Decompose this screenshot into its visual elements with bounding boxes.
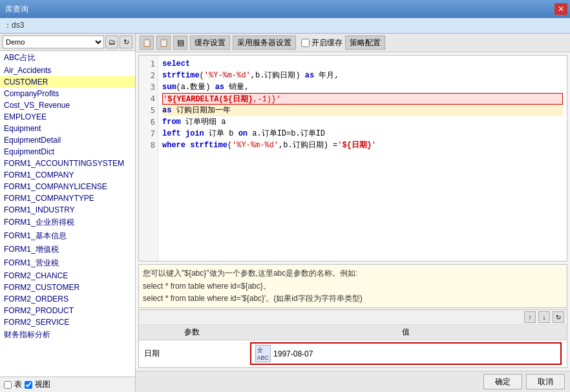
line-number: 1 [139,58,158,70]
param-name-cell: 日期 [139,340,245,367]
params-table: 参数 值 日期 全ABC 1997-08-07 [139,325,567,367]
sidebar-item[interactable]: FORM1_COMPANYLICENSE [0,181,135,192]
sidebar: Demo 🗂 ↻ ABC占比Air_AccidentsCUSTOMERCompa… [0,34,136,392]
sql-line: from 订单明细 a [162,116,563,128]
sidebar-item[interactable]: FORM1_营业税 [0,256,135,270]
sidebar-footer: 表 视图 [0,377,135,392]
hint-area: 您可以键入"${abc}"做为一个参数,这里abc是参数的名称。例如: sele… [138,264,567,308]
hint-line-3: select * from table where id='${abc}'。(如… [143,293,563,305]
toolbar-btn-3[interactable]: ▤ [173,36,187,50]
title-bar: 库查询 ✕ [0,0,570,18]
sidebar-item[interactable]: FORM1_增值税 [0,243,135,256]
main-content: Demo 🗂 ↻ ABC占比Air_AccidentsCUSTOMERCompa… [0,34,570,392]
param-value-box[interactable]: 全ABC 1997-08-07 [250,342,562,365]
sidebar-item[interactable]: FORM2_CUSTOMER [0,282,135,293]
line-number: 2 [139,70,158,81]
sidebar-item[interactable]: FORM1_COMPANY [0,169,135,181]
line-number: 8 [139,139,158,151]
sql-line: strftime('%Y-%m-%d',b.订购日期) as 年月, [162,70,563,81]
connection-bar: ：ds3 [0,18,570,34]
confirm-button[interactable]: 确定 [483,374,522,389]
sidebar-item[interactable]: CUSTOMER [0,76,135,88]
sidebar-refresh-btn[interactable]: ↻ [120,36,132,48]
line-number: 7 [139,128,158,139]
sql-line: where strftime('%Y-%m-%d',b.订购日期) ='${日期… [162,139,563,151]
window-title: 库查询 [5,4,565,15]
sidebar-item[interactable]: FORM2_SERVICE [0,316,135,328]
sidebar-item[interactable]: 财务指标分析 [0,328,135,342]
strategy-config-btn[interactable]: 策略配置 [345,36,385,50]
main-toolbar: 📋 📋 ▤ 缓存设置 采用服务器设置 开启缓存 策略配置 [136,34,570,52]
sql-line: '${YEARDELTA(${日期},-1)}' [162,93,563,105]
sidebar-item[interactable]: CompanyProfits [0,88,135,99]
table-checkbox[interactable] [4,381,12,389]
line-number: 3 [139,81,158,93]
open-cache-group: 开启缓存 [301,37,343,48]
close-button[interactable]: ✕ [554,3,567,15]
sql-line: as 订购日期加一年 [162,105,563,116]
sql-line: select [162,58,563,70]
sidebar-item[interactable]: FORM1_企业所得税 [0,216,135,229]
line-number: 4 [139,93,158,105]
sidebar-item[interactable]: Equipment [0,123,135,134]
sql-content[interactable]: select strftime('%Y-%m-%d',b.订购日期) as 年月… [158,56,567,261]
params-refresh-btn[interactable]: ↻ [553,311,564,323]
line-number: 6 [139,116,158,128]
sql-line: left join 订单 b on a.订单ID=b.订单ID [162,128,563,139]
cancel-button[interactable]: 取消 [526,374,565,389]
value-header: 值 [245,325,567,340]
sidebar-item[interactable]: FORM2_PRODUCT [0,305,135,316]
param-value: 1997-08-07 [273,349,313,358]
sql-editor[interactable]: 12345678 select strftime('%Y-%m-%d',b.订购… [138,55,567,262]
param-row: 日期 全ABC 1997-08-07 [139,340,567,367]
hint-line-1: 您可以键入"${abc}"做为一个参数,这里abc是参数的名称。例如: [143,267,563,280]
sidebar-item[interactable]: EquipmentDict [0,146,135,158]
bottom-bar: 确定 取消 [136,371,570,392]
connection-label: ：ds3 [4,20,24,31]
params-toolbar: ↑ ↓ ↻ [139,310,567,325]
right-panel: 📋 📋 ▤ 缓存设置 采用服务器设置 开启缓存 策略配置 12345678 se… [136,34,570,392]
server-settings-btn[interactable]: 采用服务器设置 [233,36,296,50]
hint-line-2: select * from table where id=${abc}。 [143,280,563,293]
sidebar-item[interactable]: EquipmentDetail [0,134,135,146]
open-cache-label: 开启缓存 [311,37,343,48]
open-cache-checkbox[interactable] [301,39,310,47]
toolbar-btn-2[interactable]: 📋 [156,36,171,50]
sidebar-item[interactable]: FORM2_CHANCE [0,270,135,282]
params-up-btn[interactable]: ↑ [524,311,536,323]
sidebar-icon-btn-1[interactable]: 🗂 [105,36,118,48]
sidebar-item[interactable]: ABC占比 [0,51,135,65]
sidebar-list: ABC占比Air_AccidentsCUSTOMERCompanyProfits… [0,51,135,377]
params-down-btn[interactable]: ↓ [538,311,550,323]
sql-line: sum(a.数量) as 销量, [162,81,563,93]
view-checkbox[interactable] [25,381,32,389]
cache-settings-btn[interactable]: 缓存设置 [190,36,230,50]
line-numbers: 12345678 [139,56,158,261]
param-type-icon: 全ABC [255,345,271,362]
view-label: 视图 [35,379,50,390]
sidebar-item[interactable]: Cost_VS_Revenue [0,99,135,111]
sidebar-item[interactable]: EMPLOYEE [0,111,135,123]
sidebar-item[interactable]: FORM1_ACCOUNTTINGSYSTEM [0,158,135,169]
table-label: 表 [14,379,22,390]
sidebar-toolbar: Demo 🗂 ↻ [0,34,135,51]
sidebar-item[interactable]: FORM1_基本信息 [0,229,135,243]
sidebar-item[interactable]: FORM2_ORDERS [0,293,135,305]
sidebar-item[interactable]: FORM1_INDUSTRY [0,204,135,216]
datasource-dropdown[interactable]: Demo [3,36,104,48]
params-area: ↑ ↓ ↻ 参数 值 日期 全ABC 1997-08-07 [138,309,567,368]
param-header: 参数 [139,325,245,340]
toolbar-btn-1[interactable]: 📋 [140,36,154,50]
sidebar-item[interactable]: FORM1_COMPANYTYPE [0,192,135,204]
line-number: 5 [139,105,158,116]
sidebar-item[interactable]: Air_Accidents [0,65,135,76]
param-value-cell[interactable]: 全ABC 1997-08-07 [245,340,567,367]
